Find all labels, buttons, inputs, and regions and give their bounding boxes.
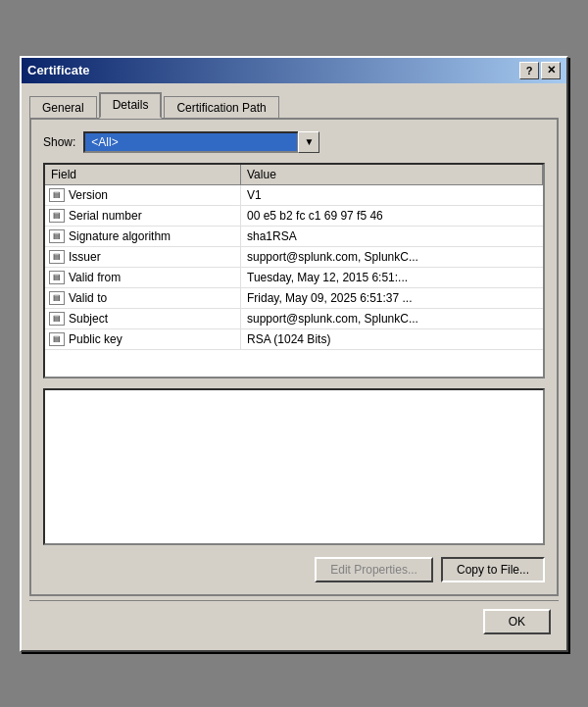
show-label: Show: <box>43 135 75 149</box>
show-select[interactable]: <All> <box>83 131 299 153</box>
ok-button[interactable]: OK <box>483 609 551 634</box>
value-cell: V1 <box>241 185 543 205</box>
show-select-group: <All> ▼ <box>83 131 319 153</box>
field-cell: ▤ Signature algorithm <box>45 227 241 246</box>
row-icon: ▤ <box>49 332 65 346</box>
copy-to-file-button[interactable]: Copy to File... <box>441 557 545 582</box>
close-button[interactable]: ✕ <box>541 62 561 79</box>
row-icon: ▤ <box>49 271 65 284</box>
table-row[interactable]: ▤ Public key RSA (1024 Bits) <box>45 329 543 350</box>
value-cell: support@splunk.com, SplunkC... <box>241 309 543 328</box>
tab-bar: General Details Certification Path <box>29 91 559 118</box>
table-body[interactable]: ▤ Version V1 ▤ Serial number 00 e5 b2 fc… <box>45 185 543 374</box>
edit-properties-button[interactable]: Edit Properties... <box>315 557 433 582</box>
certificate-window: Certificate ? ✕ General Details Certific… <box>20 56 568 652</box>
help-button[interactable]: ? <box>519 62 539 79</box>
tab-certification-path[interactable]: Certification Path <box>164 96 278 119</box>
show-row: Show: <All> ▼ <box>43 131 545 153</box>
field-cell: ▤ Serial number <box>45 206 241 226</box>
action-buttons: Edit Properties... Copy to File... <box>43 557 545 582</box>
detail-text-box <box>43 388 545 545</box>
value-cell: Friday, May 09, 2025 6:51:37 ... <box>241 288 543 308</box>
tab-general[interactable]: General <box>29 96 97 119</box>
table-row[interactable]: ▤ Valid from Tuesday, May 12, 2015 6:51:… <box>45 268 543 288</box>
field-cell: ▤ Subject <box>45 309 241 328</box>
row-icon: ▤ <box>49 209 65 223</box>
row-icon: ▤ <box>49 229 65 243</box>
table-row[interactable]: ▤ Serial number 00 e5 b2 fc c1 69 97 f5 … <box>45 206 543 227</box>
row-icon: ▤ <box>49 291 65 305</box>
value-cell: 00 e5 b2 fc c1 69 97 f5 46 <box>241 206 543 226</box>
table-row[interactable]: ▤ Signature algorithm sha1RSA <box>45 227 543 247</box>
column-header-value: Value <box>241 165 543 184</box>
field-cell: ▤ Valid from <box>45 268 241 287</box>
table-row[interactable]: ▤ Valid to Friday, May 09, 2025 6:51:37 … <box>45 288 543 309</box>
value-cell: Tuesday, May 12, 2015 6:51:... <box>241 268 543 287</box>
field-cell: ▤ Version <box>45 185 241 205</box>
window-title: Certificate <box>27 63 90 77</box>
value-cell: sha1RSA <box>241 227 543 246</box>
value-cell: RSA (1024 Bits) <box>241 329 543 349</box>
title-bar: Certificate ? ✕ <box>22 58 566 83</box>
main-content: General Details Certification Path Show:… <box>22 83 566 650</box>
tab-details[interactable]: Details <box>99 92 163 119</box>
value-cell: support@splunk.com, SplunkC... <box>241 247 543 267</box>
row-icon: ▤ <box>49 312 65 326</box>
field-cell: ▤ Issuer <box>45 247 241 267</box>
field-cell: ▤ Valid to <box>45 288 241 308</box>
details-panel: Show: <All> ▼ Field Value ▤ <box>29 118 559 596</box>
title-bar-controls: ? ✕ <box>519 62 561 79</box>
certificate-table: Field Value ▤ Version V1 ▤ Seria <box>43 163 545 379</box>
field-cell: ▤ Public key <box>45 329 241 349</box>
show-dropdown-arrow[interactable]: ▼ <box>298 131 319 153</box>
table-row[interactable]: ▤ Version V1 <box>45 185 543 206</box>
row-icon: ▤ <box>49 250 65 264</box>
table-row[interactable]: ▤ Subject support@splunk.com, SplunkC... <box>45 309 543 329</box>
ok-row: OK <box>29 600 559 642</box>
table-row[interactable]: ▤ Issuer support@splunk.com, SplunkC... <box>45 247 543 268</box>
row-icon: ▤ <box>49 188 65 202</box>
table-header: Field Value <box>45 165 543 185</box>
column-header-field: Field <box>45 165 241 184</box>
